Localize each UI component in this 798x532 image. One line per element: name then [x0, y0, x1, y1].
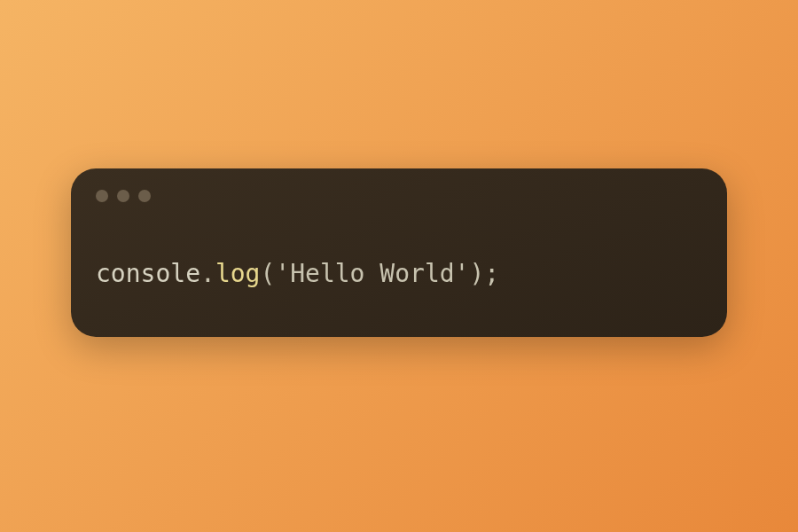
token-semicolon: ; — [484, 259, 499, 288]
window-controls — [96, 190, 702, 202]
window-control-minimize-icon[interactable] — [117, 190, 129, 202]
token-open-paren: ( — [260, 259, 275, 288]
token-dot: . — [200, 259, 215, 288]
window-control-close-icon[interactable] — [96, 190, 108, 202]
code-line: console.log('Hello World'); — [96, 255, 702, 293]
token-method: log — [215, 259, 261, 288]
token-close-paren: ) — [469, 259, 484, 288]
code-editor-window: console.log('Hello World'); — [71, 168, 727, 337]
window-control-maximize-icon[interactable] — [138, 190, 151, 202]
token-object: console — [96, 259, 200, 288]
token-string: 'Hello World' — [275, 259, 469, 288]
